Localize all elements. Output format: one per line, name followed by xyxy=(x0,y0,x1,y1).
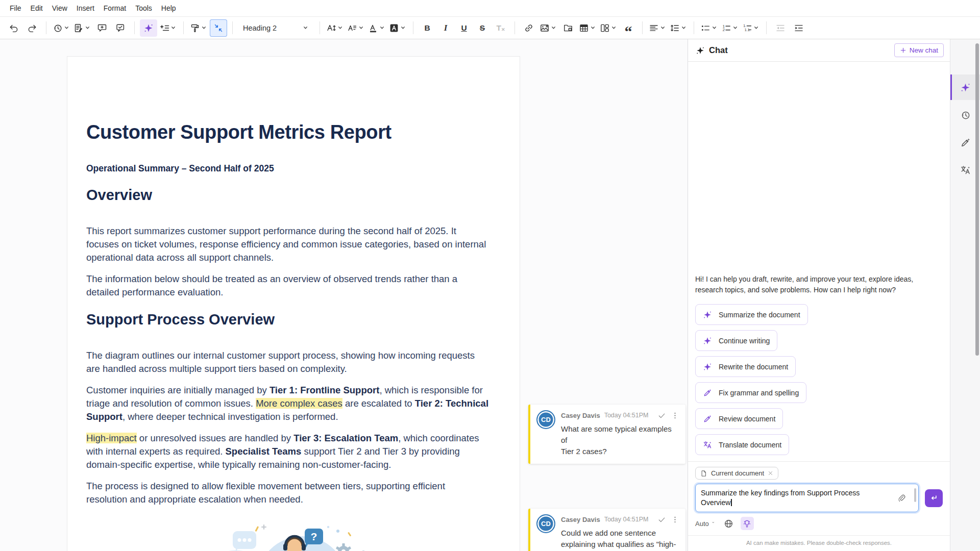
font-family-icon xyxy=(347,23,357,33)
font-size-dropdown-arrow[interactable] xyxy=(336,26,344,30)
italic-button[interactable]: I xyxy=(437,19,454,37)
font-size-button[interactable] xyxy=(325,19,345,37)
comment-card[interactable]: CDCasey DavisToday 04:51PMWhat are some … xyxy=(528,405,685,464)
font-family-dropdown-arrow[interactable] xyxy=(357,26,365,30)
text-alignment-dropdown-arrow[interactable] xyxy=(659,26,667,30)
chat-title-label: Chat xyxy=(709,45,728,55)
block-quote-button[interactable]: “ xyxy=(620,19,637,37)
document-page[interactable]: Customer Support Metrics ReportOperation… xyxy=(67,56,520,551)
font-color-button[interactable] xyxy=(367,19,387,37)
multi-level-list-button[interactable]: 1.1.1. xyxy=(741,19,761,37)
enter-icon xyxy=(929,493,939,503)
fit-to-page-button[interactable] xyxy=(210,19,227,37)
add-comment-button[interactable] xyxy=(93,19,111,37)
heading-dropdown-button[interactable]: Heading 2 xyxy=(238,19,314,37)
revision-history-dropdown-arrow[interactable] xyxy=(63,26,70,30)
ai-assistant-button[interactable] xyxy=(140,19,157,37)
input-scrollbar[interactable] xyxy=(914,488,916,502)
bold-button[interactable]: B xyxy=(419,19,436,37)
line-height-dropdown-arrow[interactable] xyxy=(680,26,688,30)
outdent-button[interactable] xyxy=(772,19,789,37)
suggestion-translate-document[interactable]: Translate document xyxy=(695,434,789,455)
comment-options-kebab[interactable] xyxy=(671,411,679,420)
document-editing-area[interactable]: Customer Support Metrics ReportOperation… xyxy=(67,57,520,530)
font-background-color-button[interactable] xyxy=(388,19,408,37)
font-background-color-dropdown-arrow[interactable] xyxy=(399,26,407,30)
insert-image-dropdown-arrow[interactable] xyxy=(550,26,557,30)
numbered-list-dropdown-arrow[interactable] xyxy=(731,26,739,30)
strikethrough-button[interactable]: S xyxy=(474,19,491,37)
resolve-comment-button[interactable] xyxy=(657,411,666,420)
heading-dropdown-dropdown-arrow[interactable] xyxy=(302,26,309,30)
multi-column-dropdown-arrow[interactable] xyxy=(610,26,618,30)
remove-format-button[interactable]: T✕ xyxy=(492,19,509,37)
resolve-comment-button[interactable] xyxy=(657,515,666,524)
comment-options-kebab[interactable] xyxy=(671,515,679,524)
menu-item-help[interactable]: Help xyxy=(157,0,181,16)
insert-table-button[interactable] xyxy=(578,19,598,37)
italic-glyph: I xyxy=(444,23,448,32)
insert-image-button[interactable] xyxy=(538,19,558,37)
redo-button[interactable] xyxy=(23,19,41,37)
numbered-list-button[interactable]: 12 xyxy=(720,19,740,37)
web-search-globe-icon[interactable] xyxy=(724,519,733,529)
multi-level-list-dropdown-arrow[interactable] xyxy=(752,26,760,30)
document-icon xyxy=(700,470,707,477)
new-chat-button[interactable]: New chat xyxy=(894,43,944,57)
ideas-lightbulb-button[interactable] xyxy=(741,517,754,530)
numbered-list-icon: 12 xyxy=(721,23,731,33)
bulleted-list-dropdown-arrow[interactable] xyxy=(710,26,718,30)
menu-item-tools[interactable]: Tools xyxy=(131,0,157,16)
indent-button[interactable] xyxy=(790,19,807,37)
ai-commands-dropdown-arrow[interactable] xyxy=(169,26,177,30)
menu-item-file[interactable]: File xyxy=(5,0,26,16)
suggestion-review-document[interactable]: Review document xyxy=(695,408,783,429)
remove-format-glyph: T✕ xyxy=(496,24,505,32)
menu-item-format[interactable]: Format xyxy=(99,0,131,16)
ai-commands-button[interactable] xyxy=(158,19,178,37)
revision-history-button[interactable] xyxy=(52,19,71,37)
menu-item-view[interactable]: View xyxy=(47,0,72,16)
insert-table-dropdown-arrow[interactable] xyxy=(589,26,597,30)
check-icon[interactable] xyxy=(657,515,666,524)
track-changes-button[interactable] xyxy=(72,19,92,37)
text-alignment-button[interactable] xyxy=(648,19,668,37)
underline-button[interactable]: U xyxy=(455,19,473,37)
font-color-dropdown-arrow[interactable] xyxy=(378,26,386,30)
chat-input[interactable]: Summarize the key findings from Support … xyxy=(695,484,919,512)
comment-timestamp: Today 04:51PM xyxy=(604,516,649,523)
kebab-icon[interactable] xyxy=(671,411,679,420)
menu-item-insert[interactable]: Insert xyxy=(72,0,99,16)
suggestion-summarize-the-document[interactable]: Summarize the document xyxy=(695,304,808,325)
attachment-chip-current-document[interactable]: Current document xyxy=(695,467,778,480)
page-scrollbar-thumb[interactable] xyxy=(975,43,979,356)
multi-column-button[interactable] xyxy=(599,19,619,37)
suggestion-fix-grammar-and-spelling[interactable]: Fix grammar and spelling xyxy=(695,382,806,403)
model-selector-dropdown[interactable]: Auto xyxy=(695,520,717,528)
pen-sparkle-icon xyxy=(703,414,712,423)
send-button[interactable] xyxy=(925,489,943,507)
format-painter-button[interactable] xyxy=(189,19,209,37)
check-icon[interactable] xyxy=(657,411,666,420)
chat-input-value[interactable]: Summarize the key findings from Support … xyxy=(701,488,896,508)
suggestion-label: Rewrite the document xyxy=(719,363,788,371)
link-button[interactable] xyxy=(520,19,537,37)
suggestion-continue-writing[interactable]: Continue writing xyxy=(695,330,777,351)
bulleted-list-button[interactable] xyxy=(699,19,719,37)
comments-archive-button[interactable] xyxy=(112,19,129,37)
paragraph: The information below should be treated … xyxy=(86,272,505,299)
attach-file-icon[interactable] xyxy=(897,494,906,503)
line-height-button[interactable] xyxy=(669,19,689,37)
font-family-button[interactable] xyxy=(346,19,366,37)
file-manager-button[interactable] xyxy=(559,19,577,37)
font-background-color-icon xyxy=(389,23,399,33)
kebab-icon[interactable] xyxy=(671,515,679,524)
close-icon[interactable] xyxy=(768,470,773,476)
undo-button[interactable] xyxy=(5,19,22,37)
menu-item-edit[interactable]: Edit xyxy=(26,0,47,16)
format-painter-dropdown-arrow[interactable] xyxy=(200,26,208,30)
comment-text: What are some typical examples of Tier 2… xyxy=(561,423,679,457)
track-changes-dropdown-arrow[interactable] xyxy=(84,26,91,30)
comment-card[interactable]: CDCasey DavisToday 04:51PMCould we add o… xyxy=(528,509,685,551)
suggestion-rewrite-the-document[interactable]: Rewrite the document xyxy=(695,356,796,377)
